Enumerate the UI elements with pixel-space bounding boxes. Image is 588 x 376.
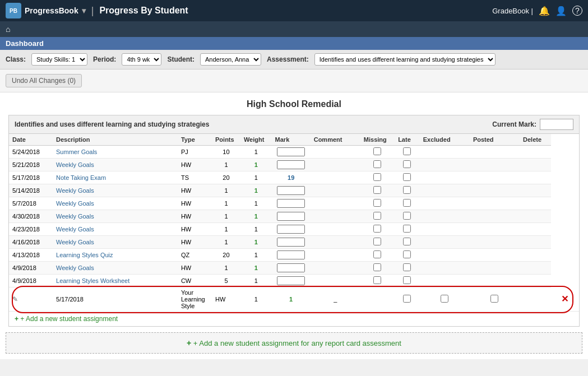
cell-mark[interactable] bbox=[272, 210, 311, 223]
cell-date: 5/21/2018 bbox=[9, 159, 53, 171]
cell-delete bbox=[520, 223, 551, 236]
cell-date: 4/23/2018 bbox=[9, 223, 53, 236]
cell-type: HW bbox=[178, 159, 212, 171]
cell-desc: Your Learning Style bbox=[178, 287, 212, 312]
cell-missing[interactable] bbox=[360, 210, 395, 223]
cell-late[interactable] bbox=[420, 287, 470, 312]
cell-missing[interactable] bbox=[360, 146, 395, 159]
cell-date: 4/30/2018 bbox=[9, 210, 53, 223]
cell-date: 5/17/2018 bbox=[9, 171, 53, 184]
logo: PB ProgressBook ▾ bbox=[6, 3, 86, 18]
cell-late[interactable] bbox=[395, 210, 420, 223]
current-mark-box[interactable] bbox=[540, 119, 573, 130]
cell-mark[interactable] bbox=[272, 262, 311, 275]
cell-delete bbox=[520, 249, 551, 262]
cell-weight: 1 bbox=[240, 275, 272, 287]
undo-button[interactable]: Undo All Changes (0) bbox=[6, 74, 82, 87]
cell-delete[interactable]: ✕ bbox=[551, 287, 579, 312]
cell-excluded bbox=[420, 159, 470, 171]
edit-icon[interactable]: ✎ bbox=[12, 295, 18, 303]
cell-mark[interactable] bbox=[272, 197, 311, 210]
cell-excluded bbox=[420, 275, 470, 287]
cell-mark[interactable] bbox=[272, 249, 311, 262]
col-header-type: Type bbox=[178, 134, 212, 146]
cell-missing[interactable] bbox=[360, 275, 395, 287]
cell-weight: 1 bbox=[240, 249, 272, 262]
class-select[interactable]: Study Skills: 1 bbox=[31, 53, 87, 66]
assessment-select[interactable]: Identifies and uses different learning a… bbox=[314, 53, 496, 66]
cell-delete bbox=[520, 146, 551, 159]
col-header-late: Late bbox=[395, 134, 420, 146]
cell-date: 4/9/2018 bbox=[9, 262, 53, 275]
help-icon[interactable]: ? bbox=[572, 6, 582, 16]
cell-late[interactable] bbox=[395, 275, 420, 287]
logo-arrow[interactable]: ▾ bbox=[82, 6, 86, 15]
cell-missing[interactable] bbox=[360, 184, 395, 197]
cell-comment bbox=[311, 236, 360, 249]
cell-late[interactable] bbox=[395, 197, 420, 210]
cell-posted bbox=[470, 171, 520, 184]
cell-missing[interactable] bbox=[360, 262, 395, 275]
col-header-delete: Delete bbox=[520, 134, 551, 146]
cell-mark[interactable] bbox=[272, 184, 311, 197]
cell-type: HW bbox=[178, 236, 212, 249]
cell-late[interactable] bbox=[395, 236, 420, 249]
cell-weight: 1 bbox=[240, 223, 272, 236]
cell-comment bbox=[311, 223, 360, 236]
cell-missing[interactable] bbox=[360, 249, 395, 262]
cell-missing[interactable] bbox=[360, 236, 395, 249]
cell-late[interactable] bbox=[395, 249, 420, 262]
cell-mark[interactable] bbox=[272, 146, 311, 159]
class-label: Class: bbox=[6, 55, 26, 63]
cell-missing[interactable] bbox=[360, 171, 395, 184]
cell-missing[interactable] bbox=[360, 197, 395, 210]
home-icon[interactable]: ⌂ bbox=[6, 25, 10, 34]
add-assignment-button[interactable]: + + Add a new student assignment bbox=[9, 312, 579, 326]
cell-desc: Weekly Goals bbox=[53, 262, 178, 275]
section-title: High School Remedial bbox=[6, 92, 582, 115]
cell-comment bbox=[311, 159, 360, 171]
cell-points: 1 bbox=[212, 223, 240, 236]
cell-mark[interactable] bbox=[272, 275, 311, 287]
cell-comment bbox=[311, 249, 360, 262]
cell-weight: 1 bbox=[240, 159, 272, 171]
cell-points: 1 bbox=[212, 184, 240, 197]
period-select[interactable]: 4th 9 wk bbox=[122, 53, 161, 66]
dashboard-label: Dashboard bbox=[6, 39, 44, 48]
cell-desc: Weekly Goals bbox=[53, 223, 178, 236]
add-any-assessment-button[interactable]: + + Add a new student assignment for any… bbox=[6, 332, 582, 354]
cell-desc: Weekly Goals bbox=[53, 197, 178, 210]
table-row: 4/9/2018 Learning Styles Worksheet CW 5 … bbox=[9, 275, 579, 287]
cell-missing[interactable] bbox=[395, 287, 420, 312]
logo-icon: PB bbox=[6, 3, 21, 18]
cell-points: 1 bbox=[212, 159, 240, 171]
cell-mark[interactable] bbox=[272, 223, 311, 236]
user-icon[interactable]: 👤 bbox=[555, 6, 567, 16]
cell-late[interactable] bbox=[395, 223, 420, 236]
col-header-mark: Mark bbox=[272, 134, 311, 146]
cell-late[interactable] bbox=[395, 159, 420, 171]
cell-missing[interactable] bbox=[360, 159, 395, 171]
bell-icon[interactable]: 🔔 bbox=[539, 6, 550, 16]
cell-mark[interactable] bbox=[272, 236, 311, 249]
cell-edit-icon[interactable]: ✎ bbox=[9, 287, 53, 312]
cell-late[interactable] bbox=[395, 262, 420, 275]
cell-late[interactable] bbox=[395, 171, 420, 184]
header: PB ProgressBook ▾ | Progress By Student … bbox=[0, 0, 588, 21]
cell-mark[interactable] bbox=[272, 159, 311, 171]
col-header-desc: Description bbox=[53, 134, 178, 146]
cell-desc: Weekly Goals bbox=[53, 236, 178, 249]
cell-excluded[interactable] bbox=[470, 287, 520, 312]
cell-delete bbox=[520, 184, 551, 197]
col-header-posted: Posted bbox=[470, 134, 520, 146]
header-divider: | bbox=[91, 5, 94, 17]
gradebook-link[interactable]: GradeBook | bbox=[492, 7, 533, 15]
toolbar: Undo All Changes (0) bbox=[0, 69, 588, 92]
cell-missing[interactable] bbox=[360, 223, 395, 236]
cell-late[interactable] bbox=[395, 184, 420, 197]
cell-type: HW bbox=[212, 287, 240, 312]
cell-excluded bbox=[420, 171, 470, 184]
table-row: 4/30/2018 Weekly Goals HW 1 1 bbox=[9, 210, 579, 223]
student-select[interactable]: Anderson, Anna bbox=[200, 53, 261, 66]
cell-late[interactable] bbox=[395, 146, 420, 159]
